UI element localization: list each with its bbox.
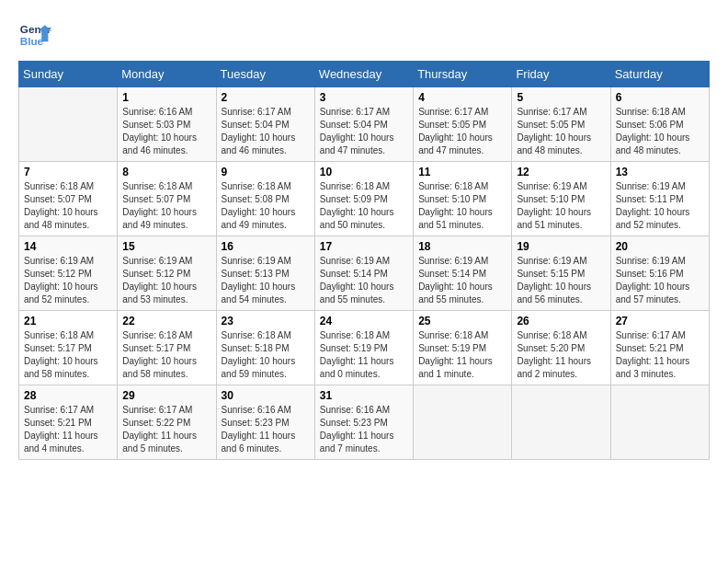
- day-number: 20: [616, 240, 704, 253]
- day-info: Sunrise: 6:17 AM Sunset: 5:04 PM Dayligh…: [320, 106, 408, 157]
- day-number: 22: [122, 315, 210, 327]
- day-info: Sunrise: 6:19 AM Sunset: 5:13 PM Dayligh…: [222, 255, 310, 306]
- day-number: 3: [320, 91, 408, 104]
- day-cell: 25 Sunrise: 6:18 AM Sunset: 5:19 PM Dayl…: [414, 311, 512, 385]
- weekday-header-saturday: Saturday: [610, 62, 709, 87]
- day-cell: [414, 385, 512, 460]
- day-cell: 6 Sunrise: 6:18 AM Sunset: 5:06 PM Dayli…: [610, 87, 709, 162]
- weekday-header-row: SundayMondayTuesdayWednesdayThursdayFrid…: [19, 62, 710, 87]
- day-info: Sunrise: 6:17 AM Sunset: 5:21 PM Dayligh…: [616, 329, 704, 381]
- day-cell: 24 Sunrise: 6:18 AM Sunset: 5:19 PM Dayl…: [314, 311, 413, 385]
- day-info: Sunrise: 6:17 AM Sunset: 5:04 PM Dayligh…: [222, 106, 310, 157]
- day-info: Sunrise: 6:16 AM Sunset: 5:23 PM Dayligh…: [222, 404, 310, 455]
- day-info: Sunrise: 6:18 AM Sunset: 5:08 PM Dayligh…: [222, 180, 310, 232]
- day-number: 17: [320, 240, 408, 253]
- day-info: Sunrise: 6:19 AM Sunset: 5:14 PM Dayligh…: [418, 255, 506, 306]
- day-cell: 27 Sunrise: 6:17 AM Sunset: 5:21 PM Dayl…: [610, 311, 709, 385]
- day-cell: 28 Sunrise: 6:17 AM Sunset: 5:21 PM Dayl…: [19, 385, 118, 460]
- day-number: 10: [320, 166, 408, 178]
- day-info: Sunrise: 6:19 AM Sunset: 5:16 PM Dayligh…: [616, 255, 704, 306]
- day-cell: 18 Sunrise: 6:19 AM Sunset: 5:14 PM Dayl…: [414, 236, 512, 311]
- day-cell: 19 Sunrise: 6:19 AM Sunset: 5:15 PM Dayl…: [512, 236, 610, 311]
- day-cell: 21 Sunrise: 6:18 AM Sunset: 5:17 PM Dayl…: [19, 311, 118, 385]
- day-cell: 7 Sunrise: 6:18 AM Sunset: 5:07 PM Dayli…: [19, 162, 118, 236]
- day-number: 9: [222, 166, 310, 178]
- day-cell: 3 Sunrise: 6:17 AM Sunset: 5:04 PM Dayli…: [314, 87, 413, 162]
- day-info: Sunrise: 6:17 AM Sunset: 5:05 PM Dayligh…: [418, 106, 506, 157]
- day-number: 30: [222, 389, 310, 402]
- day-info: Sunrise: 6:16 AM Sunset: 5:23 PM Dayligh…: [320, 404, 408, 455]
- day-cell: [19, 87, 118, 162]
- day-cell: 23 Sunrise: 6:18 AM Sunset: 5:18 PM Dayl…: [216, 311, 314, 385]
- day-cell: 17 Sunrise: 6:19 AM Sunset: 5:14 PM Dayl…: [314, 236, 413, 311]
- day-info: Sunrise: 6:19 AM Sunset: 5:10 PM Dayligh…: [517, 180, 605, 232]
- day-number: 29: [122, 389, 210, 402]
- day-number: 18: [418, 240, 506, 253]
- day-number: 6: [616, 91, 704, 104]
- day-info: Sunrise: 6:19 AM Sunset: 5:12 PM Dayligh…: [24, 255, 112, 306]
- calendar-table: SundayMondayTuesdayWednesdayThursdayFrid…: [18, 61, 710, 460]
- day-cell: 5 Sunrise: 6:17 AM Sunset: 5:05 PM Dayli…: [512, 87, 610, 162]
- day-number: 25: [418, 315, 506, 327]
- day-number: 14: [24, 240, 112, 253]
- day-info: Sunrise: 6:18 AM Sunset: 5:07 PM Dayligh…: [122, 180, 210, 232]
- day-cell: 30 Sunrise: 6:16 AM Sunset: 5:23 PM Dayl…: [216, 385, 314, 460]
- day-number: 15: [122, 240, 210, 253]
- weekday-header-thursday: Thursday: [414, 62, 512, 87]
- day-info: Sunrise: 6:18 AM Sunset: 5:20 PM Dayligh…: [517, 329, 605, 381]
- day-info: Sunrise: 6:17 AM Sunset: 5:21 PM Dayligh…: [24, 404, 112, 455]
- weekday-header-monday: Monday: [118, 62, 216, 87]
- day-cell: 14 Sunrise: 6:19 AM Sunset: 5:12 PM Dayl…: [19, 236, 118, 311]
- day-info: Sunrise: 6:18 AM Sunset: 5:17 PM Dayligh…: [122, 329, 210, 381]
- day-cell: 16 Sunrise: 6:19 AM Sunset: 5:13 PM Dayl…: [216, 236, 314, 311]
- day-info: Sunrise: 6:19 AM Sunset: 5:15 PM Dayligh…: [517, 255, 605, 306]
- day-number: 11: [418, 166, 506, 178]
- day-cell: 10 Sunrise: 6:18 AM Sunset: 5:09 PM Dayl…: [314, 162, 413, 236]
- day-info: Sunrise: 6:17 AM Sunset: 5:22 PM Dayligh…: [122, 404, 210, 455]
- day-number: 7: [24, 166, 112, 178]
- week-row-2: 7 Sunrise: 6:18 AM Sunset: 5:07 PM Dayli…: [19, 162, 710, 236]
- day-info: Sunrise: 6:18 AM Sunset: 5:07 PM Dayligh…: [24, 180, 112, 232]
- day-info: Sunrise: 6:18 AM Sunset: 5:06 PM Dayligh…: [616, 106, 704, 157]
- weekday-header-sunday: Sunday: [19, 62, 118, 87]
- day-info: Sunrise: 6:18 AM Sunset: 5:09 PM Dayligh…: [320, 180, 408, 232]
- svg-text:Blue: Blue: [20, 35, 44, 47]
- day-cell: [610, 385, 709, 460]
- day-info: Sunrise: 6:18 AM Sunset: 5:10 PM Dayligh…: [418, 180, 506, 232]
- day-info: Sunrise: 6:18 AM Sunset: 5:19 PM Dayligh…: [418, 329, 506, 381]
- day-info: Sunrise: 6:19 AM Sunset: 5:12 PM Dayligh…: [122, 255, 210, 306]
- weekday-header-wednesday: Wednesday: [314, 62, 413, 87]
- day-number: 21: [24, 315, 112, 327]
- day-number: 2: [222, 91, 310, 104]
- day-cell: 13 Sunrise: 6:19 AM Sunset: 5:11 PM Dayl…: [610, 162, 709, 236]
- day-cell: [512, 385, 610, 460]
- day-info: Sunrise: 6:17 AM Sunset: 5:05 PM Dayligh…: [517, 106, 605, 157]
- week-row-1: 1 Sunrise: 6:16 AM Sunset: 5:03 PM Dayli…: [19, 87, 710, 162]
- day-number: 23: [222, 315, 310, 327]
- weekday-header-tuesday: Tuesday: [216, 62, 314, 87]
- day-number: 1: [122, 91, 210, 104]
- day-cell: 20 Sunrise: 6:19 AM Sunset: 5:16 PM Dayl…: [610, 236, 709, 311]
- day-number: 27: [616, 315, 704, 327]
- day-cell: 1 Sunrise: 6:16 AM Sunset: 5:03 PM Dayli…: [118, 87, 216, 162]
- day-number: 8: [122, 166, 210, 178]
- day-cell: 26 Sunrise: 6:18 AM Sunset: 5:20 PM Dayl…: [512, 311, 610, 385]
- day-cell: 11 Sunrise: 6:18 AM Sunset: 5:10 PM Dayl…: [414, 162, 512, 236]
- day-cell: 12 Sunrise: 6:19 AM Sunset: 5:10 PM Dayl…: [512, 162, 610, 236]
- logo: General Blue: [18, 18, 51, 52]
- day-number: 31: [320, 389, 408, 402]
- day-cell: 22 Sunrise: 6:18 AM Sunset: 5:17 PM Dayl…: [118, 311, 216, 385]
- day-cell: 15 Sunrise: 6:19 AM Sunset: 5:12 PM Dayl…: [118, 236, 216, 311]
- day-info: Sunrise: 6:16 AM Sunset: 5:03 PM Dayligh…: [122, 106, 210, 157]
- day-info: Sunrise: 6:18 AM Sunset: 5:18 PM Dayligh…: [222, 329, 310, 381]
- day-number: 12: [517, 166, 605, 178]
- weekday-header-friday: Friday: [512, 62, 610, 87]
- week-row-5: 28 Sunrise: 6:17 AM Sunset: 5:21 PM Dayl…: [19, 385, 710, 460]
- day-number: 24: [320, 315, 408, 327]
- day-number: 4: [418, 91, 506, 104]
- day-cell: 29 Sunrise: 6:17 AM Sunset: 5:22 PM Dayl…: [118, 385, 216, 460]
- week-row-3: 14 Sunrise: 6:19 AM Sunset: 5:12 PM Dayl…: [19, 236, 710, 311]
- day-info: Sunrise: 6:18 AM Sunset: 5:17 PM Dayligh…: [24, 329, 112, 381]
- day-cell: 4 Sunrise: 6:17 AM Sunset: 5:05 PM Dayli…: [414, 87, 512, 162]
- day-cell: 9 Sunrise: 6:18 AM Sunset: 5:08 PM Dayli…: [216, 162, 314, 236]
